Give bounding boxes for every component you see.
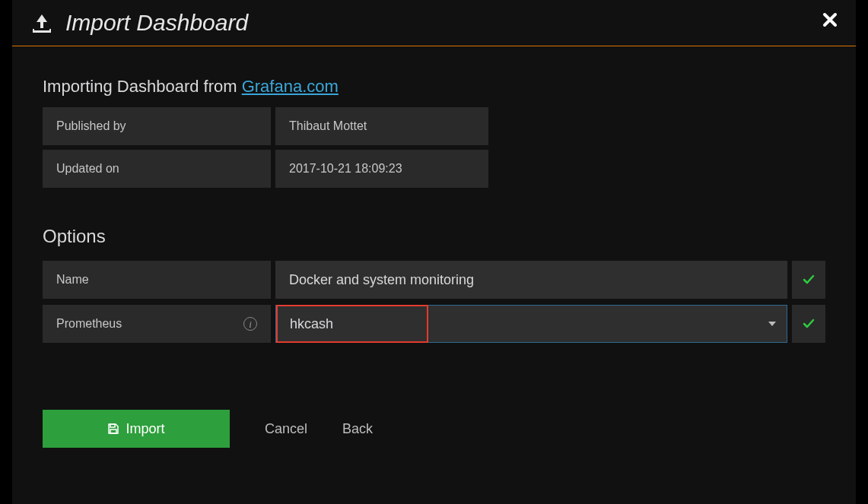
prometheus-valid-indicator	[792, 305, 825, 343]
info-row-published-by: Published by Thibaut Mottet	[43, 107, 825, 145]
cancel-button[interactable]: Cancel	[265, 421, 307, 437]
options-form: Name Docker and system monitoring Promet…	[43, 261, 825, 343]
action-bar: Import Cancel Back	[43, 410, 825, 448]
info-row-updated-on: Updated on 2017-10-21 18:09:23	[43, 150, 825, 188]
svg-rect-0	[34, 30, 49, 33]
dashboard-info-rows: Published by Thibaut Mottet Updated on 2…	[43, 107, 825, 188]
modal-title: Import Dashboard	[65, 10, 248, 36]
svg-rect-4	[110, 430, 116, 433]
importing-heading: Importing Dashboard from Grafana.com	[43, 77, 825, 97]
svg-rect-2	[49, 29, 51, 33]
name-input-value: Docker and system monitoring	[289, 272, 474, 288]
options-heading: Options	[43, 226, 825, 247]
upload-icon	[30, 11, 53, 34]
save-icon	[107, 423, 119, 435]
name-valid-indicator	[792, 261, 825, 299]
name-input[interactable]: Docker and system monitoring	[275, 261, 787, 299]
importing-heading-text: Importing Dashboard from	[43, 77, 242, 96]
info-icon[interactable]: i	[243, 317, 257, 331]
info-value: 2017-10-21 18:09:23	[275, 150, 488, 188]
svg-rect-1	[33, 29, 34, 33]
modal-header: Import Dashboard	[12, 0, 856, 46]
name-label-text: Name	[56, 273, 89, 287]
option-row-prometheus: Prometheus i hkcash	[43, 305, 825, 343]
import-button[interactable]: Import	[43, 410, 230, 448]
svg-rect-3	[110, 424, 115, 427]
option-row-name: Name Docker and system monitoring	[43, 261, 825, 299]
prometheus-label: Prometheus i	[43, 305, 271, 343]
back-button[interactable]: Back	[342, 421, 373, 437]
chevron-down-icon	[768, 322, 776, 326]
prometheus-label-text: Prometheus	[56, 317, 122, 331]
info-label: Updated on	[43, 150, 271, 188]
modal-body: Importing Dashboard from Grafana.com Pub…	[12, 46, 856, 448]
info-label: Published by	[43, 107, 271, 145]
close-button[interactable]	[822, 12, 841, 30]
import-dashboard-modal: Import Dashboard Importing Dashboard fro…	[12, 0, 856, 504]
prometheus-select-value: hkcash	[290, 316, 333, 332]
name-label: Name	[43, 261, 271, 299]
prometheus-select[interactable]: hkcash	[275, 305, 787, 343]
grafana-com-link[interactable]: Grafana.com	[242, 77, 339, 96]
import-button-label: Import	[126, 421, 164, 437]
info-value: Thibaut Mottet	[275, 107, 488, 145]
